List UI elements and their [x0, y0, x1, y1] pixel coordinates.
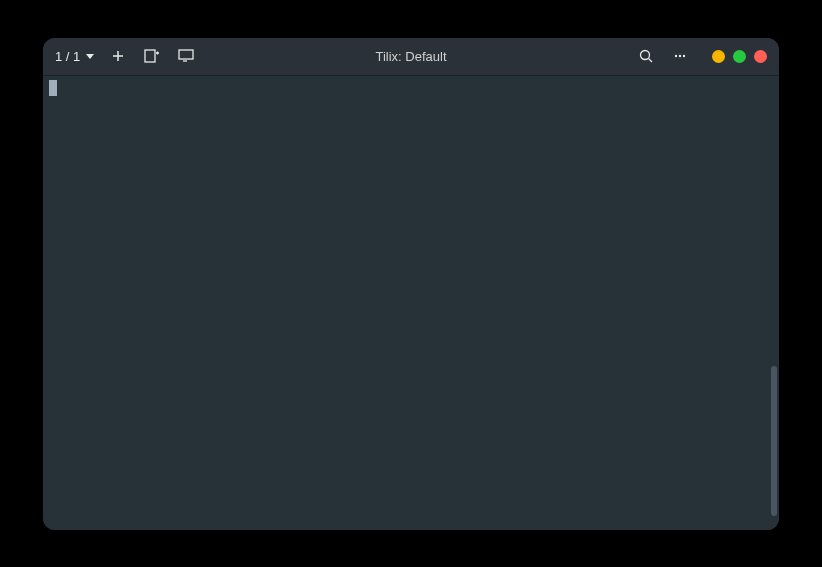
search-button[interactable]: [636, 46, 656, 66]
terminal-cursor: [49, 80, 57, 96]
close-button[interactable]: [754, 50, 767, 63]
plus-icon: [111, 49, 125, 63]
minimize-button[interactable]: [712, 50, 725, 63]
maximize-button[interactable]: [733, 50, 746, 63]
terminal-window: 1 / 1 Tilix: Default: [43, 38, 779, 530]
svg-point-4: [679, 55, 681, 57]
session-selector[interactable]: 1 / 1: [55, 49, 94, 64]
svg-rect-0: [145, 50, 155, 62]
more-horizontal-icon: [673, 49, 687, 63]
chevron-down-icon: [86, 54, 94, 59]
window-title: Tilix: Default: [375, 49, 446, 64]
svg-point-2: [641, 51, 650, 60]
terminal-content[interactable]: [43, 76, 769, 530]
split-down-icon: [178, 49, 194, 63]
window-controls: [712, 50, 767, 63]
menu-button[interactable]: [670, 46, 690, 66]
scrollbar-track[interactable]: [769, 76, 779, 530]
split-right-icon: [144, 49, 160, 63]
titlebar: 1 / 1 Tilix: Default: [43, 38, 779, 76]
new-session-button[interactable]: [108, 46, 128, 66]
terminal-area: [43, 76, 779, 530]
svg-point-5: [683, 55, 685, 57]
search-icon: [639, 49, 653, 63]
scrollbar-thumb[interactable]: [771, 366, 777, 516]
titlebar-left: 1 / 1: [55, 46, 196, 66]
titlebar-right: [636, 46, 767, 66]
split-right-button[interactable]: [142, 46, 162, 66]
svg-point-3: [675, 55, 677, 57]
svg-rect-1: [179, 50, 193, 59]
split-down-button[interactable]: [176, 46, 196, 66]
session-counter-label: 1 / 1: [55, 49, 80, 64]
